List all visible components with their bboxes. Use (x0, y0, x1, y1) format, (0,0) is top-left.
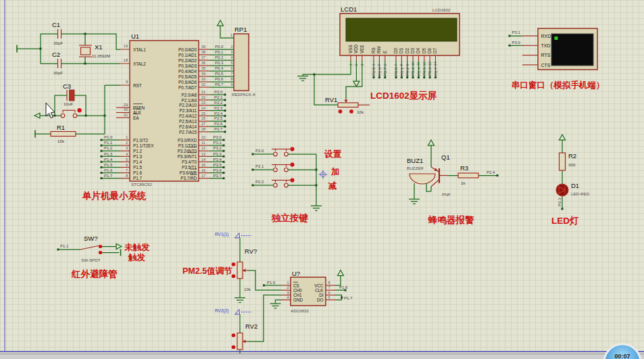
capacitor-c3[interactable] (67, 90, 74, 101)
pin-number: 12 (422, 62, 426, 66)
u1-ref: U1 (131, 32, 139, 40)
independent-keys[interactable]: P2.0 P2.1 (252, 147, 342, 223)
pm25-adc-circuit[interactable]: RV1(1) RV? 10k PM2.5值调节 RV2(2) RV2 U? (182, 232, 353, 359)
pin-name: DI (319, 293, 324, 297)
reset-button[interactable] (61, 108, 82, 118)
net-terminal-dot (497, 174, 499, 176)
button-actuator-dot[interactable] (78, 108, 82, 112)
switch-contact-dot[interactable] (99, 245, 102, 248)
net-label: P1.0 (104, 135, 113, 139)
buzzer-body[interactable] (410, 174, 435, 184)
ir-obstacle-switch[interactable]: P1.1 SW? SW-SPDT 未触发 触发 红外避障管 (57, 235, 151, 279)
switch-contact-dot[interactable] (99, 251, 102, 254)
pin-name: VCC (314, 283, 324, 288)
crystal-x1[interactable] (79, 45, 92, 57)
key-row[interactable]: P2.1 (252, 162, 317, 171)
net-terminal-dot (562, 208, 564, 210)
pin-number: 5 (126, 158, 128, 162)
pot-adjust-dot[interactable] (232, 333, 236, 337)
pot-adjust-dot[interactable] (232, 345, 236, 350)
rp1-body[interactable] (234, 34, 249, 91)
key-terminal[interactable] (274, 152, 278, 156)
buzzer-alarm[interactable]: BUZ1 BUZZER Q1 PNP R3 1k P2.4 蜂鸣器报警 (407, 140, 499, 225)
key-label-plus: 加 (330, 167, 340, 176)
key-terminal[interactable] (284, 168, 289, 172)
power-arrow-icon (218, 20, 224, 26)
pot-adjust-dot[interactable] (349, 110, 353, 114)
recording-timer-bubble[interactable]: 00:07 (604, 344, 641, 359)
pin-number: 39 (201, 45, 205, 49)
pin-col: D6 13 P0.6 (427, 47, 432, 78)
taskbar-strip[interactable] (0, 354, 644, 359)
key-terminal[interactable] (284, 183, 289, 187)
key-terminal[interactable] (274, 168, 278, 172)
pin-name: CTS (541, 63, 551, 68)
r1-ref: R1 (57, 124, 65, 131)
key-actuator-dot[interactable] (290, 178, 294, 182)
net-terminal-dot (224, 115, 226, 117)
key-terminal[interactable] (274, 183, 278, 187)
serial-terminal[interactable]: P3.1 P3.0 RXD TXD RTS CTS 串口窗口（模拟手机端） (509, 28, 605, 90)
pin-number: 13 (428, 62, 432, 66)
net-terminal-dot (223, 145, 225, 147)
net-label: P0.7 (215, 82, 224, 87)
rv1-value: 10k (357, 110, 364, 114)
junction-dot (314, 74, 316, 76)
lcd-part: LCD1602 (432, 7, 451, 12)
led-d1[interactable] (556, 184, 568, 196)
net-label: P3.6 (214, 168, 222, 172)
net-terminal-dot (412, 76, 414, 78)
capacitor-c2[interactable] (58, 59, 61, 68)
resistor-r1[interactable] (51, 132, 76, 137)
net-label: P1.7 (104, 174, 113, 178)
spdt-switch[interactable] (80, 245, 102, 254)
net-label: P1.2 (104, 146, 113, 150)
junction-dot (316, 185, 318, 187)
led-indicator[interactable]: R2 300 D1 LED-RED P2.3 LED灯 (551, 135, 590, 226)
net-label: P2.1 (214, 95, 223, 99)
potentiometer-rv-top[interactable] (232, 262, 248, 279)
pin-name: D6 (427, 47, 432, 53)
key-terminal[interactable] (284, 152, 289, 156)
power-arrow-icon (338, 270, 344, 276)
resistor-r3[interactable] (458, 173, 478, 178)
ground-icon (234, 296, 245, 303)
schematic-canvas[interactable]: C1 30pF C2 30pF X1 11.0592M C3 10uF (0, 0, 644, 359)
capacitor-c1[interactable] (58, 29, 61, 39)
net-label: P3.2 (214, 146, 222, 150)
resistor-r2[interactable] (560, 153, 566, 170)
pin-name: P3.3/INT1 (178, 154, 197, 159)
key-actuator-dot[interactable] (290, 147, 294, 151)
net-label: P1.4 (104, 158, 113, 162)
pot-adjust-dot[interactable] (339, 110, 343, 114)
key-row[interactable]: P2.0 (252, 147, 317, 155)
pin-name: GND (293, 297, 303, 302)
pin-name: RW (376, 47, 381, 53)
pin-row: TXD (522, 43, 551, 48)
pin-name: P1.2 (133, 149, 142, 153)
pin-name: EA (133, 116, 139, 120)
pin-name: P2.3/A11 (180, 108, 197, 113)
key-actuator-dot[interactable] (290, 162, 294, 166)
potentiometer-rv1[interactable] (338, 100, 370, 114)
potentiometer-rv2[interactable] (232, 333, 248, 350)
wire (414, 183, 431, 197)
pin-number: 7 (394, 64, 398, 66)
net-label: P3.3 (214, 152, 222, 156)
pin-col: D7 14 P0.7 (432, 47, 437, 78)
pin-number: 2 (126, 141, 128, 145)
ir-section-title: 红外避障管 (71, 268, 118, 279)
lcd1602[interactable]: LCD1 LCD1602 VSS 1 VDD 2 VEE 3 (297, 5, 460, 114)
lcd-data-pin-bank: D0 7 P0.0 D1 8 P0.1 D2 9 P0.2 (393, 47, 438, 78)
rp-pin-number: 2 (230, 45, 232, 49)
net-label: P3.1 (214, 141, 222, 145)
power-arrow-down-icon (353, 81, 360, 87)
pot-adjust-dot[interactable] (232, 262, 236, 266)
u1-p2-pin-bank: P2.0/A8 21 P2.0 P2.1/A9 22 P2.1 P2.2/A10… (179, 90, 226, 134)
u1-part: STC89C52 (131, 182, 152, 187)
pin-name: P1.4 (133, 160, 142, 164)
junction-dot (84, 63, 86, 65)
pin-name: P1.1/T2EX (133, 143, 154, 148)
key-row[interactable]: P2.2 (252, 178, 317, 187)
pin-name: P0.0/AD0 (178, 47, 197, 52)
